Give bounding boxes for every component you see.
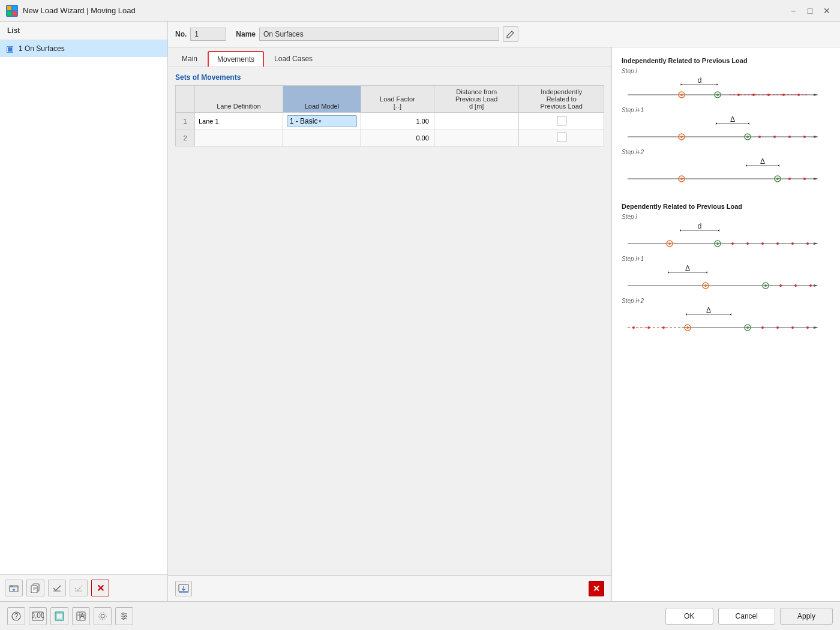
no-name-bar: No. Name (168, 22, 840, 47)
svg-point-18 (737, 94, 740, 96)
settings-button[interactable] (94, 607, 112, 625)
list-header: List (0, 22, 167, 40)
cell-factor-2[interactable]: 0.00 (361, 130, 434, 146)
no-input[interactable] (190, 28, 226, 41)
close-button[interactable]: ✕ (820, 4, 834, 18)
view-button[interactable] (50, 607, 68, 625)
config-button[interactable] (115, 607, 133, 625)
dependently-related-section: Dependently Related to Previous Load Ste… (622, 203, 830, 340)
svg-text:Δ: Δ (685, 265, 690, 272)
svg-point-61 (761, 242, 764, 245)
window-controls: − □ ✕ (786, 4, 834, 18)
table-row: 2 0.00 (176, 130, 604, 146)
content-split: Main Movements Load Cases Sets of Moveme… (168, 47, 840, 601)
svg-rect-2 (7, 11, 11, 16)
diagram-step-i: d (622, 77, 826, 107)
tab-movements[interactable]: Movements (208, 51, 264, 67)
svg-marker-54 (814, 242, 818, 245)
tab-main[interactable]: Main (173, 51, 206, 67)
form-bottom-toolbar: ✕ (168, 575, 611, 601)
svg-text:0,00: 0,00 (32, 611, 44, 620)
cell-factor-1[interactable]: 1.00 (361, 113, 434, 130)
svg-rect-5 (10, 586, 13, 587)
cell-lane-1[interactable]: Lane 1 (195, 113, 283, 130)
checkbox-indep-1[interactable] (557, 116, 566, 125)
cell-indep-1[interactable] (519, 113, 604, 130)
svg-point-44 (680, 178, 683, 180)
cell-rownum-2: 2 (176, 130, 195, 146)
list-item[interactable]: ▣ 1 On Surfaces (0, 40, 167, 57)
main-content: List ▣ 1 On Surfaces (0, 22, 840, 601)
svg-marker-67 (668, 271, 670, 274)
svg-marker-12 (814, 94, 818, 96)
svg-point-47 (788, 178, 791, 180)
value-button[interactable]: 0,00 (29, 607, 47, 625)
left-panel-toolbar: ✕ (0, 574, 167, 601)
svg-point-36 (803, 136, 806, 138)
help-button[interactable]: ? (7, 607, 25, 625)
minimize-button[interactable]: − (786, 4, 800, 18)
cell-lane-2[interactable] (195, 130, 283, 146)
checkbox-indep-2[interactable] (557, 133, 566, 142)
independently-related-section: Independently Related to Previous Load S… (622, 57, 830, 191)
name-group: Name (236, 26, 518, 42)
title-bar-left: New Load Wizard | Moving Load (6, 5, 136, 17)
sets-of-movements-title: Sets of Movements (168, 67, 611, 85)
footer-tools: ? 0,00 A (7, 607, 665, 625)
svg-point-58 (716, 242, 719, 245)
title-bar: New Load Wizard | Moving Load − □ ✕ (0, 0, 840, 22)
edit-name-button[interactable] (503, 26, 518, 42)
maximize-button[interactable]: □ (803, 4, 817, 18)
svg-point-32 (746, 136, 749, 138)
delete-button[interactable]: ✕ (91, 580, 109, 596)
dep-step-i1-label: Step i+1 (622, 256, 830, 262)
svg-text:Δ: Δ (706, 307, 711, 314)
svg-point-48 (803, 178, 806, 180)
svg-point-91 (746, 326, 749, 329)
svg-text:?: ? (14, 612, 19, 620)
cancel-button[interactable]: Cancel (718, 608, 775, 625)
svg-text:Δ: Δ (760, 158, 765, 166)
svg-point-34 (773, 136, 776, 138)
svg-point-19 (752, 94, 755, 96)
cell-indep-2[interactable] (519, 130, 604, 146)
table-row: 1 Lane 1 1 - Basic ▾ 1.00 (176, 113, 604, 130)
form-area: Main Movements Load Cases Sets of Moveme… (168, 47, 612, 601)
cell-distance-1[interactable] (434, 113, 519, 130)
add-folder-button[interactable] (5, 580, 23, 596)
apply-button[interactable]: Apply (780, 608, 833, 625)
tab-loadcases[interactable]: Load Cases (265, 51, 322, 67)
dropdown-arrow-1: ▾ (319, 118, 322, 124)
svg-point-33 (758, 136, 761, 138)
delete-row-button[interactable]: ✕ (589, 581, 604, 596)
uncheck-all-button[interactable] (70, 580, 88, 596)
name-label: Name (236, 30, 256, 38)
diagram-dep-step-i2: Δ (622, 307, 826, 340)
svg-point-62 (776, 242, 779, 245)
table-button[interactable]: A (72, 607, 90, 625)
svg-marker-80 (686, 313, 688, 316)
svg-marker-39 (746, 164, 748, 167)
svg-marker-84 (814, 326, 818, 329)
name-input[interactable] (259, 28, 499, 41)
import-button[interactable] (175, 581, 192, 596)
svg-point-22 (797, 94, 800, 96)
svg-point-63 (791, 242, 794, 245)
svg-point-94 (791, 326, 794, 329)
footer-actions: OK Cancel Apply (665, 608, 833, 625)
cell-model-1[interactable]: 1 - Basic ▾ (283, 113, 361, 130)
copy-button[interactable] (26, 580, 44, 596)
svg-point-89 (686, 326, 689, 329)
cell-model-2[interactable] (283, 130, 361, 146)
check-all-button[interactable] (48, 580, 66, 596)
dep-step-i-label: Step i (622, 214, 830, 220)
svg-point-21 (782, 94, 785, 96)
svg-marker-28 (814, 136, 818, 138)
svg-point-95 (806, 326, 809, 329)
list-item-icon: ▣ (6, 44, 14, 53)
cell-distance-2[interactable] (434, 130, 519, 146)
svg-point-35 (788, 136, 791, 138)
svg-rect-101 (56, 613, 62, 619)
step-i2-label: Step i+2 (622, 149, 830, 155)
ok-button[interactable]: OK (665, 608, 713, 625)
